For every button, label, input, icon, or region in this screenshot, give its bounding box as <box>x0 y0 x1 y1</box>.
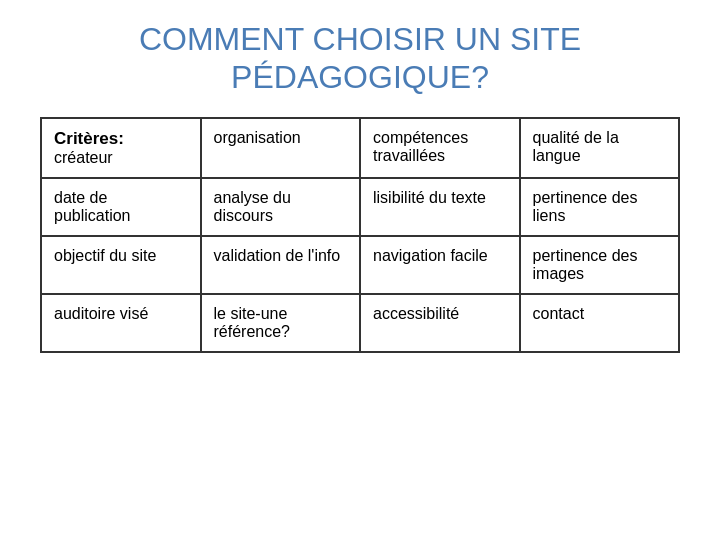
cell-pertinence-liens: pertinence des liens <box>520 178 680 236</box>
cell-pertinence-images: pertinence des images <box>520 236 680 294</box>
cell-competences: compétences travaillées <box>360 118 520 178</box>
cell-navigation-facile: navigation facile <box>360 236 520 294</box>
table-row: objectif du site validation de l'info na… <box>41 236 679 294</box>
cell-validation-info: validation de l'info <box>201 236 361 294</box>
cell-objectif-site: objectif du site <box>41 236 201 294</box>
cell-date-publication: date de publication <box>41 178 201 236</box>
cell-accessibilite: accessibilité <box>360 294 520 352</box>
cell-auditoire-vise: auditoire visé <box>41 294 201 352</box>
cell-site-reference: le site-une référence? <box>201 294 361 352</box>
cell-contact: contact <box>520 294 680 352</box>
table-row: date de publication analyse du discours … <box>41 178 679 236</box>
cell-analyse-discours: analyse du discours <box>201 178 361 236</box>
table-row: Critères: créateur organisation compéten… <box>41 118 679 178</box>
cell-qualite-langue: qualité de la langue <box>520 118 680 178</box>
page-title: COMMENT CHOISIR UN SITE PÉDAGOGIQUE? <box>139 20 581 97</box>
criteria-table: Critères: créateur organisation compéten… <box>40 117 680 353</box>
cell-lisibilite-texte: lisibilité du texte <box>360 178 520 236</box>
table-row: auditoire visé le site-une référence? ac… <box>41 294 679 352</box>
cell-organisation: organisation <box>201 118 361 178</box>
cell-criteria-label: Critères: créateur <box>41 118 201 178</box>
